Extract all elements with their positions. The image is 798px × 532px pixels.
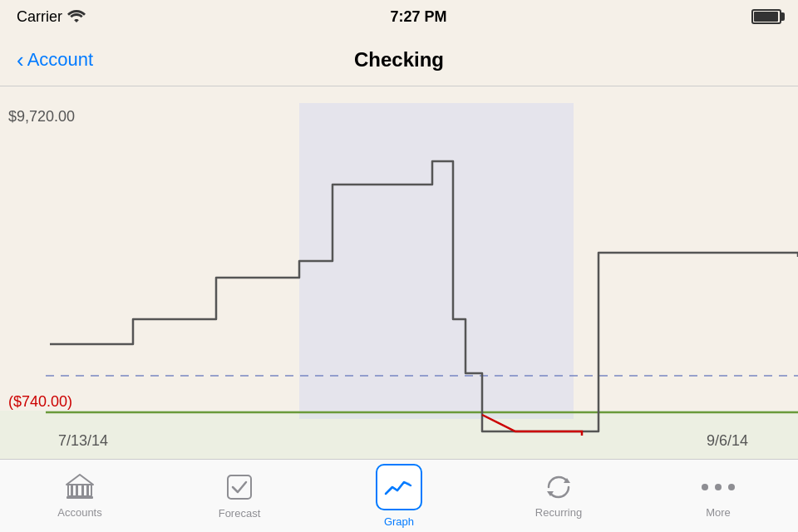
graph-icon-box (376, 464, 422, 510)
svg-rect-18 (228, 475, 251, 499)
more-dots-icon (702, 473, 735, 501)
back-button[interactable]: ‹ Account (17, 49, 93, 71)
svg-text:7/13/14: 7/13/14 (58, 432, 108, 449)
tab-accounts[interactable]: Accounts (0, 460, 160, 532)
svg-rect-15 (86, 485, 89, 496)
svg-rect-14 (81, 485, 84, 496)
svg-marker-16 (66, 475, 93, 485)
tab-accounts-label: Accounts (57, 506, 101, 519)
tab-forecast[interactable]: Forecast (160, 460, 319, 532)
graph-icon (384, 475, 414, 499)
tab-bar: Accounts Forecast Graph Recurring (0, 459, 798, 532)
svg-rect-13 (76, 485, 78, 496)
svg-rect-2 (299, 103, 574, 419)
chart-svg: $9,720.00 ($740.00) 7/13/14 9/6/14 (0, 86, 798, 459)
back-chevron-icon: ‹ (17, 49, 24, 71)
status-bar: Carrier 7:27 PM (0, 0, 798, 33)
svg-text:9/6/14: 9/6/14 (707, 432, 748, 449)
tab-recurring-label: Recurring (535, 506, 582, 519)
tab-forecast-label: Forecast (219, 507, 261, 520)
svg-text:$9,720.00: $9,720.00 (8, 108, 75, 125)
nav-bar: ‹ Account Checking (0, 33, 798, 86)
back-label: Account (27, 49, 94, 71)
page-title: Checking (354, 48, 444, 71)
tab-graph[interactable]: Graph (319, 460, 479, 532)
tab-recurring[interactable]: Recurring (479, 460, 638, 532)
svg-rect-17 (66, 496, 93, 499)
tab-graph-label: Graph (384, 515, 414, 528)
battery-icon (751, 9, 781, 24)
forecast-icon (224, 472, 254, 502)
carrier-label: Carrier (17, 8, 62, 26)
tab-more-label: More (706, 506, 731, 519)
chart-area: $9,720.00 ($740.00) 7/13/14 9/6/14 (0, 86, 798, 459)
accounts-icon (65, 473, 95, 501)
tab-more[interactable]: More (638, 460, 798, 532)
wifi-icon (67, 10, 86, 23)
recurring-icon (542, 473, 575, 501)
time-label: 7:27 PM (390, 8, 446, 26)
svg-rect-12 (71, 485, 73, 496)
svg-text:($740.00): ($740.00) (8, 393, 72, 410)
